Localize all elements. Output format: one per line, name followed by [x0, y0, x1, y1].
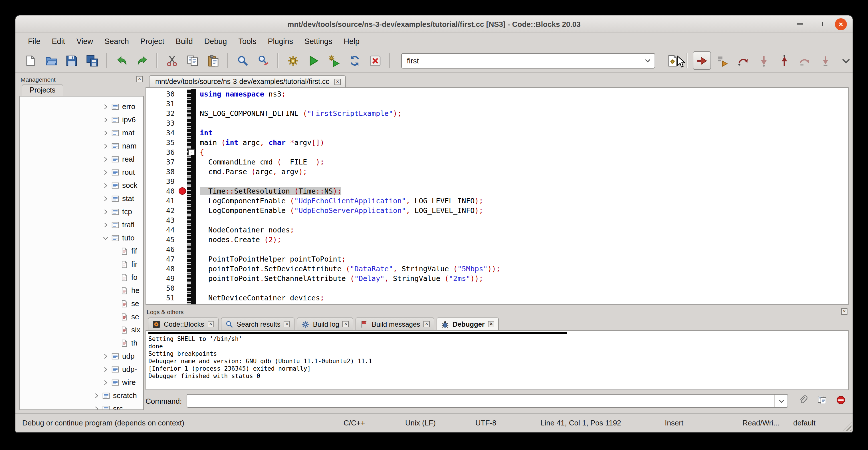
breakpoint-margin[interactable]	[178, 89, 187, 99]
chevron-right-icon[interactable]	[102, 194, 111, 203]
breakpoint-margin[interactable]	[178, 176, 187, 186]
menu-file[interactable]: File	[22, 35, 46, 47]
menu-build[interactable]: Build	[170, 35, 198, 47]
tree-item-stat[interactable]: stat	[20, 192, 143, 205]
copy-button[interactable]	[816, 395, 828, 407]
toolbar-search-combo[interactable]	[401, 53, 655, 68]
editor-tab-close-icon[interactable]: ×	[334, 79, 341, 85]
breakpoint-margin[interactable]	[178, 186, 187, 196]
breakpoint-margin[interactable]	[178, 215, 187, 225]
code-line-49[interactable]: 49 pointToPoint.SetChannelAttribute ("De…	[146, 274, 848, 283]
save-button[interactable]	[62, 51, 81, 70]
breakpoint-margin[interactable]	[178, 274, 187, 283]
minimize-button[interactable]	[794, 18, 806, 30]
resize-grip[interactable]	[842, 422, 851, 431]
chevron-right-icon[interactable]	[102, 155, 111, 163]
step-into-instruction-button[interactable]	[816, 51, 834, 70]
replace-button[interactable]	[254, 51, 272, 70]
menu-tools[interactable]: Tools	[232, 35, 262, 47]
menu-settings[interactable]: Settings	[299, 35, 338, 47]
breakpoint-margin[interactable]	[178, 206, 187, 215]
redo-button[interactable]	[133, 51, 151, 70]
open-folder-button[interactable]	[42, 51, 60, 70]
code-editor[interactable]: 30using namespace ns3;3132NS_LOG_COMPONE…	[146, 88, 848, 305]
management-close-icon[interactable]: ×	[136, 76, 143, 82]
code-line-45[interactable]: 45 nodes.Create (2);	[146, 235, 848, 244]
breakpoint-margin[interactable]	[178, 254, 187, 264]
tab-close-icon[interactable]: ×	[488, 321, 494, 327]
step-into-button[interactable]	[754, 51, 773, 70]
breakpoint-margin[interactable]	[178, 303, 187, 305]
breakpoint-margin[interactable]	[178, 118, 187, 128]
breakpoint-margin[interactable]	[178, 109, 187, 118]
tree-item-se[interactable]: se	[20, 297, 143, 310]
code-line-51[interactable]: 51 NetDeviceContainer devices;	[146, 293, 848, 303]
tree-item-rout[interactable]: rout	[20, 166, 143, 179]
breakpoint-margin[interactable]	[178, 167, 187, 176]
logs-close-icon[interactable]: ×	[841, 308, 847, 314]
chevron-right-icon[interactable]	[102, 352, 111, 360]
chevron-right-icon[interactable]	[102, 168, 111, 176]
build-and-run-button[interactable]	[325, 51, 343, 70]
paperclip-button[interactable]	[797, 395, 809, 407]
tree-item-trafl[interactable]: trafl	[20, 218, 143, 231]
code-line-39[interactable]: 39	[146, 176, 848, 186]
code-line-52[interactable]: 52 devices = pointToPoint.Install (nodes…	[146, 303, 848, 305]
run-to-cursor-button[interactable]	[713, 51, 732, 70]
code-line-42[interactable]: 42 LogComponentEnable ("UdpEchoServerApp…	[146, 206, 848, 215]
code-line-40[interactable]: 40 Time::SetResolution (Time::NS);	[146, 186, 848, 196]
tree-item-nam[interactable]: nam	[20, 139, 143, 152]
tree-item-six[interactable]: six	[20, 323, 143, 336]
logs-tab-build-log[interactable]: Build log×	[297, 318, 353, 330]
chevron-right-icon[interactable]	[102, 208, 111, 216]
record-stop-button[interactable]	[835, 395, 846, 407]
breakpoint-margin[interactable]	[178, 157, 187, 167]
code-line-33[interactable]: 33	[146, 118, 848, 128]
breakpoint-margin[interactable]	[178, 293, 187, 303]
code-line-38[interactable]: 38 cmd.Parse (argc, argv);	[146, 167, 848, 176]
tab-close-icon[interactable]: ×	[208, 321, 214, 327]
breakpoint-margin[interactable]	[178, 99, 187, 109]
code-line-37[interactable]: 37 CommandLine cmd (__FILE__);	[146, 157, 848, 167]
code-line-46[interactable]: 46	[146, 244, 848, 254]
code-line-50[interactable]: 50	[146, 283, 848, 293]
tree-item-fif[interactable]: fif	[20, 244, 143, 258]
breakpoint-marker[interactable]	[179, 187, 186, 195]
code-line-31[interactable]: 31	[146, 99, 848, 109]
new-file-button[interactable]	[21, 51, 39, 70]
tab-close-icon[interactable]: ×	[424, 321, 430, 327]
code-line-35[interactable]: 35main (int argc, char *argv[])	[146, 138, 848, 147]
tree-item-fir[interactable]: fir	[20, 258, 143, 271]
step-out-button[interactable]	[775, 51, 793, 70]
maximize-button[interactable]	[814, 18, 826, 30]
next-instruction-button[interactable]	[796, 51, 814, 70]
logs-tab-build-messages[interactable]: Build messages×	[356, 318, 434, 330]
title-bar[interactable]: mnt/dev/tools/source/ns-3-dev/examples/t…	[16, 16, 852, 33]
tree-item-udp[interactable]: udp-	[20, 363, 143, 376]
breakpoint-margin[interactable]	[178, 225, 187, 235]
breakpoint-margin[interactable]	[178, 147, 187, 157]
chevron-right-icon[interactable]	[102, 378, 111, 386]
tree-item-he[interactable]: he	[20, 284, 143, 297]
tree-item-mat[interactable]: mat	[20, 126, 143, 139]
breakpoint-margin[interactable]	[178, 128, 187, 138]
save-all-button[interactable]	[83, 51, 101, 70]
chevron-right-icon[interactable]	[102, 221, 111, 229]
abort-build-button[interactable]	[366, 51, 384, 70]
tree-item-udp[interactable]: udp	[20, 350, 143, 363]
menu-edit[interactable]: Edit	[46, 35, 71, 47]
chevron-right-icon[interactable]	[93, 391, 102, 399]
tree-item-se[interactable]: se	[20, 310, 143, 323]
paste-button[interactable]	[204, 51, 222, 70]
copy-button[interactable]	[183, 51, 202, 70]
editor-tab[interactable]: mnt/dev/tools/source/ns-3-dev/examples/t…	[149, 76, 346, 87]
chevron-right-icon[interactable]	[102, 102, 111, 111]
undo-button[interactable]	[113, 51, 131, 70]
logs-tab-code-blocks[interactable]: Code::Blocks×	[148, 318, 218, 330]
tree-item-tcp[interactable]: tcp	[20, 205, 143, 218]
cut-button[interactable]	[163, 51, 181, 70]
breakpoint-margin[interactable]	[178, 196, 187, 206]
build-button[interactable]	[284, 51, 302, 70]
breakpoint-margin[interactable]	[178, 138, 187, 147]
code-line-36[interactable]: 36-{	[146, 147, 848, 157]
